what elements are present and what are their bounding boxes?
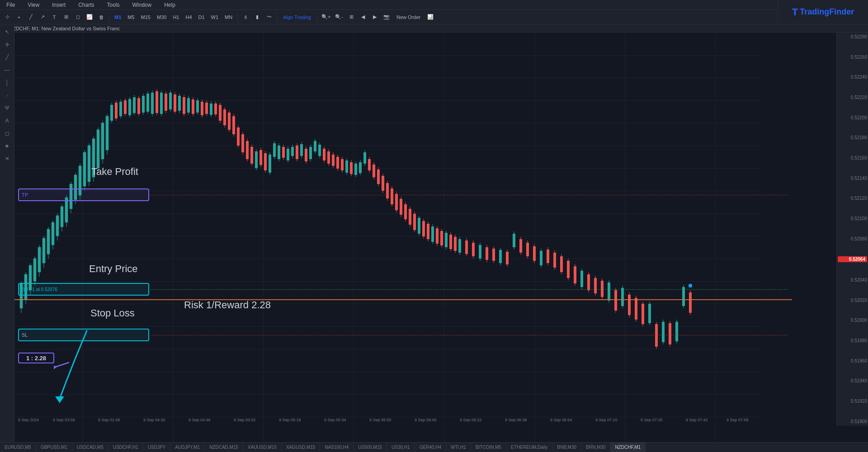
rr-arrow <box>53 360 71 374</box>
toolbar-line-btn[interactable]: ╱ <box>25 12 36 23</box>
sym-tab-us30[interactable]: US30,H1 <box>387 443 415 452</box>
tp-box: TP <box>18 188 149 201</box>
svg-text:9 Sep 05:18: 9 Sep 05:18 <box>279 418 301 422</box>
toolbar-text-btn[interactable]: T <box>49 12 60 23</box>
svg-rect-119 <box>287 149 289 160</box>
svg-rect-165 <box>391 188 393 204</box>
sym-tab-us500[interactable]: US500,M15 <box>354 443 387 452</box>
svg-rect-257 <box>669 323 671 344</box>
sym-tab-nzdchf[interactable]: NZDCHF,M1 <box>610 443 646 452</box>
sym-tab-xagusd[interactable]: XAGUSD,M15 <box>282 443 320 452</box>
sym-tab-ger40[interactable]: GER40,H4 <box>415 443 446 452</box>
scroll-right-btn[interactable]: ▶ <box>369 12 380 23</box>
lt-text[interactable]: A <box>1 115 13 127</box>
lt-icons[interactable]: ★ <box>1 140 13 152</box>
svg-rect-173 <box>409 209 411 225</box>
toolbar-crosshair-btn[interactable]: + <box>14 12 24 23</box>
svg-text:9 Sep 07:42: 9 Sep 07:42 <box>686 418 708 422</box>
sym-tab-usdjpy[interactable]: USDJPY <box>143 443 170 452</box>
sym-tab-wti[interactable]: WTI,H1 <box>446 443 471 452</box>
toolbar-arrow-btn[interactable]: ↗ <box>37 12 48 23</box>
sym-tab-gbpusd[interactable]: GBPUSD,M1 <box>36 443 72 452</box>
tf-m1-btn[interactable]: M1 <box>112 12 124 23</box>
svg-rect-205 <box>492 249 495 261</box>
zoom-in-btn[interactable]: 🔍+ <box>320 12 332 23</box>
grid-btn[interactable]: ⊞ <box>346 12 357 23</box>
sym-tab-bitcoin[interactable]: BITCOIN,M5 <box>471 443 506 452</box>
sym-tab-usdchf[interactable]: USDCHF,H1 <box>108 443 143 452</box>
svg-rect-231 <box>580 271 583 287</box>
sym-tab-eurusd[interactable]: EURUSD,M5 <box>0 443 36 452</box>
scroll-left-btn[interactable]: ◀ <box>358 12 368 23</box>
toolbar-cursor-btn[interactable]: ⊹ <box>2 12 13 23</box>
sym-tab-usdcad[interactable]: USDCAD,M5 <box>72 443 108 452</box>
sym-tab-ethereum[interactable]: ETHEREUM,Daily <box>506 443 552 452</box>
tf-d1-btn[interactable]: D1 <box>196 12 208 23</box>
lt-hline[interactable]: — <box>1 64 13 76</box>
toolbar-line-chart-btn[interactable]: 〜 <box>264 12 274 23</box>
lt-channel[interactable]: ⟋ <box>1 89 13 101</box>
lt-delete[interactable]: ✕ <box>1 153 13 165</box>
tf-m30-btn[interactable]: M30 <box>154 12 169 23</box>
zoom-out-btn[interactable]: 🔍- <box>333 12 345 23</box>
menu-item-insert[interactable]: Insert <box>49 1 68 9</box>
lt-fib[interactable]: Ψ <box>1 102 13 114</box>
lt-shapes[interactable]: ◻ <box>1 127 13 139</box>
toolbar-fib-btn[interactable]: ⊞ <box>61 12 71 23</box>
sym-tab-nas100[interactable]: NAS100,H4 <box>320 443 354 452</box>
svg-rect-109 <box>264 153 267 170</box>
svg-rect-197 <box>465 240 468 254</box>
price-tick: 0.51940 <box>838 378 867 383</box>
entry-value: BUY 1 at 0.52076 <box>22 287 57 292</box>
tf-m15-btn[interactable]: M15 <box>138 12 153 23</box>
lt-line[interactable]: ╱ <box>1 52 13 63</box>
price-tick: 0.51960 <box>838 358 867 363</box>
lt-cursor[interactable]: ↖ <box>1 26 13 38</box>
sym-tab-xauusd[interactable]: XAUUSD,M15 <box>243 443 282 452</box>
svg-rect-103 <box>250 147 253 164</box>
menu-item-view[interactable]: View <box>25 1 42 9</box>
svg-rect-69 <box>174 94 176 112</box>
svg-rect-73 <box>183 97 185 114</box>
algo-trading-label: Algo Trading <box>283 14 311 20</box>
menu-item-charts[interactable]: Charts <box>75 1 97 9</box>
sym-tab-audjpy[interactable]: AUDJPY,M1 <box>170 443 205 452</box>
menu-item-window[interactable]: Window <box>130 1 155 9</box>
menu-item-tools[interactable]: Tools <box>104 1 123 9</box>
tf-m5-btn[interactable]: M5 <box>125 12 137 23</box>
svg-rect-209 <box>506 252 509 264</box>
new-order-btn[interactable]: New Order <box>393 12 424 23</box>
chart-canvas[interactable]: 9 Sep 2024 9 Sep 03:58 9 Sep 01:06 9 Sep… <box>14 33 760 442</box>
tf-mn-btn[interactable]: MN <box>222 12 235 23</box>
tf-w1-btn[interactable]: W1 <box>208 12 222 23</box>
price-tick: 0.52160 <box>838 155 867 160</box>
tf-h1-btn[interactable]: H1 <box>170 12 182 23</box>
toolbar-bar-btn[interactable]: ▮ <box>252 12 263 23</box>
svg-rect-223 <box>553 253 556 268</box>
sym-tab-nzdcad[interactable]: NZDCAD,M15 <box>205 443 243 452</box>
svg-rect-183 <box>431 226 434 242</box>
toolbar-delete-btn[interactable]: 🗑 <box>96 12 107 23</box>
svg-rect-13 <box>47 229 50 254</box>
price-tick: 0.52180 <box>838 135 867 140</box>
tf-h4-btn[interactable]: H4 <box>183 12 194 23</box>
svg-rect-49 <box>128 99 131 115</box>
menu-item-file[interactable]: File <box>4 1 18 9</box>
price-tick: 0.52100 <box>838 216 867 221</box>
toolbar-candlestick-btn[interactable]: 🕯 <box>240 12 251 23</box>
svg-rect-35 <box>97 130 99 168</box>
svg-rect-59 <box>151 93 154 114</box>
sym-tab-bnb[interactable]: BNB,M30 <box>552 443 581 452</box>
screenshot-btn[interactable]: 📷 <box>381 12 392 23</box>
toolbar-indicators-btn[interactable]: 📈 <box>84 12 95 23</box>
trading-btn[interactable]: 📊 <box>425 12 436 23</box>
lt-vline[interactable]: │ <box>1 77 13 89</box>
toolbar-shapes-btn[interactable]: ◻ <box>72 12 83 23</box>
svg-rect-67 <box>169 93 172 109</box>
menu-item-help[interactable]: Help <box>161 1 178 9</box>
algo-trading-btn[interactable]: Algo Trading <box>279 12 315 23</box>
price-tick: 0.52220 <box>838 95 867 100</box>
sym-tab-brn[interactable]: BRN,M30 <box>581 443 610 452</box>
lt-crosshair[interactable]: ✛ <box>1 39 13 51</box>
svg-rect-63 <box>160 93 163 114</box>
